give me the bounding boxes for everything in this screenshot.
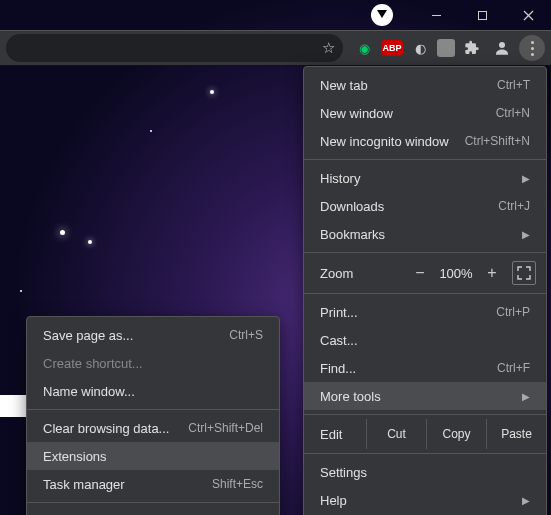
menu-label: Downloads — [320, 199, 384, 214]
submenu-developer-tools[interactable]: Developer tools Ctrl+Shift+I — [27, 507, 279, 515]
menu-label: Bookmarks — [320, 227, 385, 242]
menu-settings[interactable]: Settings — [304, 458, 546, 486]
separator — [27, 409, 279, 410]
menu-label: More tools — [320, 389, 381, 404]
zoom-percent: 100% — [434, 266, 478, 281]
menu-label: Find... — [320, 361, 356, 376]
menu-label: Cast... — [320, 333, 358, 348]
maximize-button[interactable] — [459, 0, 505, 30]
menu-label: New window — [320, 106, 393, 121]
separator — [304, 252, 546, 253]
fullscreen-button[interactable] — [512, 261, 536, 285]
menu-zoom-row: Zoom − 100% + — [304, 257, 546, 289]
extension-translate-icon[interactable] — [437, 39, 455, 57]
submenu-shortcut: Ctrl+S — [229, 328, 263, 342]
account-avatar-icon[interactable] — [371, 4, 393, 26]
zoom-out-button[interactable]: − — [406, 264, 434, 282]
menu-shortcut: Ctrl+T — [497, 78, 530, 92]
chrome-menu-button[interactable] — [519, 35, 545, 61]
svg-point-5 — [499, 42, 505, 48]
edit-cut-button[interactable]: Cut — [366, 419, 426, 449]
menu-label: Settings — [320, 465, 367, 480]
extension-moon-icon[interactable]: ◐ — [407, 35, 433, 61]
bookmark-star-icon[interactable]: ☆ — [322, 39, 335, 57]
zoom-in-button[interactable]: + — [478, 264, 506, 282]
separator — [27, 502, 279, 503]
edit-copy-button[interactable]: Copy — [426, 419, 486, 449]
menu-shortcut: Ctrl+N — [496, 106, 530, 120]
more-tools-submenu: Save page as... Ctrl+S Create shortcut..… — [26, 316, 280, 515]
submenu-shortcut: Shift+Esc — [212, 477, 263, 491]
menu-find[interactable]: Find... Ctrl+F — [304, 354, 546, 382]
browser-toolbar: ☆ ◉ ABP ◐ — [0, 30, 551, 66]
menu-label: New incognito window — [320, 134, 449, 149]
menu-new-tab[interactable]: New tab Ctrl+T — [304, 71, 546, 99]
extension-grammarly-icon[interactable]: ◉ — [351, 35, 377, 61]
menu-label: Print... — [320, 305, 358, 320]
menu-shortcut: Ctrl+P — [496, 305, 530, 319]
chevron-right-icon: ▶ — [522, 229, 530, 240]
menu-new-window[interactable]: New window Ctrl+N — [304, 99, 546, 127]
menu-edit-row: Edit Cut Copy Paste — [304, 419, 546, 449]
menu-history[interactable]: History ▶ — [304, 164, 546, 192]
submenu-task-manager[interactable]: Task manager Shift+Esc — [27, 470, 279, 498]
minimize-button[interactable] — [413, 0, 459, 30]
separator — [304, 453, 546, 454]
svg-marker-0 — [377, 10, 387, 18]
submenu-label: Name window... — [43, 384, 135, 399]
edit-paste-button[interactable]: Paste — [486, 419, 546, 449]
chevron-right-icon: ▶ — [522, 391, 530, 402]
separator — [304, 414, 546, 415]
window-titlebar — [371, 0, 551, 30]
zoom-label: Zoom — [320, 266, 353, 281]
submenu-label: Create shortcut... — [43, 356, 143, 371]
extensions-puzzle-icon[interactable] — [459, 35, 485, 61]
menu-help[interactable]: Help ▶ — [304, 486, 546, 514]
submenu-shortcut: Ctrl+Shift+Del — [188, 421, 263, 435]
separator — [304, 293, 546, 294]
submenu-extensions[interactable]: Extensions — [27, 442, 279, 470]
menu-label: History — [320, 171, 360, 186]
menu-more-tools[interactable]: More tools ▶ — [304, 382, 546, 410]
submenu-name-window[interactable]: Name window... — [27, 377, 279, 405]
menu-label: New tab — [320, 78, 368, 93]
menu-new-incognito[interactable]: New incognito window Ctrl+Shift+N — [304, 127, 546, 155]
content-edge — [0, 395, 26, 417]
extension-abp-icon[interactable]: ABP — [381, 40, 403, 56]
menu-bookmarks[interactable]: Bookmarks ▶ — [304, 220, 546, 248]
submenu-label: Extensions — [43, 449, 107, 464]
svg-rect-2 — [478, 11, 486, 19]
omnibox[interactable]: ☆ — [6, 34, 343, 62]
menu-shortcut: Ctrl+Shift+N — [465, 134, 530, 148]
chrome-main-menu: New tab Ctrl+T New window Ctrl+N New inc… — [303, 66, 547, 515]
close-button[interactable] — [505, 0, 551, 30]
chevron-right-icon: ▶ — [522, 173, 530, 184]
kebab-icon — [531, 41, 534, 56]
submenu-clear-browsing-data[interactable]: Clear browsing data... Ctrl+Shift+Del — [27, 414, 279, 442]
profile-avatar-icon[interactable] — [489, 35, 515, 61]
chevron-right-icon: ▶ — [522, 495, 530, 506]
menu-cast[interactable]: Cast... — [304, 326, 546, 354]
submenu-create-shortcut: Create shortcut... — [27, 349, 279, 377]
edit-label: Edit — [304, 427, 366, 442]
submenu-save-page[interactable]: Save page as... Ctrl+S — [27, 321, 279, 349]
separator — [304, 159, 546, 160]
menu-shortcut: Ctrl+F — [497, 361, 530, 375]
submenu-label: Clear browsing data... — [43, 421, 169, 436]
menu-downloads[interactable]: Downloads Ctrl+J — [304, 192, 546, 220]
menu-print[interactable]: Print... Ctrl+P — [304, 298, 546, 326]
menu-label: Help — [320, 493, 347, 508]
menu-shortcut: Ctrl+J — [498, 199, 530, 213]
submenu-label: Save page as... — [43, 328, 133, 343]
submenu-label: Task manager — [43, 477, 125, 492]
